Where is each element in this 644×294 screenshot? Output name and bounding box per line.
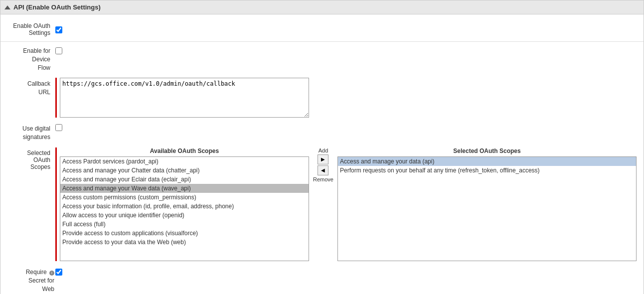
require-secret-checkbox[interactable] xyxy=(55,269,62,276)
list-item[interactable]: Access and manage your data (api) xyxy=(338,157,636,166)
enable-oauth-checkbox[interactable] xyxy=(55,26,62,33)
device-flow-label: Enable forDeviceFlow xyxy=(23,47,50,71)
remove-label: Remove xyxy=(313,176,333,182)
collapse-icon xyxy=(4,5,10,9)
require-secret-content xyxy=(55,267,639,276)
digital-signatures-row: Use digitalsignatures xyxy=(0,121,644,145)
require-secret-label: Require xyxy=(26,269,47,276)
digital-signatures-label: Use digitalsignatures xyxy=(22,125,50,141)
callback-url-content: https://gcs.office.com/v1.0/admin/oauth/… xyxy=(60,78,639,118)
require-secret-info-icon[interactable]: i xyxy=(49,271,54,276)
digital-signatures-checkbox[interactable] xyxy=(55,124,62,131)
device-flow-checkbox[interactable] xyxy=(55,47,62,54)
require-secret-label-2: Secret forWebServerFlow xyxy=(28,277,54,294)
selected-scopes-listbox[interactable]: Access and manage your data (api)Perform… xyxy=(337,156,637,261)
list-item[interactable]: Access Pardot services (pardot_api) xyxy=(60,157,309,166)
add-remove-buttons: Add ▶ ◀ Remove xyxy=(309,147,337,182)
callback-url-label: CallbackURL xyxy=(27,80,50,97)
selected-scopes-container: Selected OAuth Scopes Access and manage … xyxy=(337,147,637,261)
list-item[interactable]: Provide access to custom applications (v… xyxy=(60,229,309,238)
list-item[interactable]: Access and manage your Eclair data (ecla… xyxy=(60,175,309,184)
available-scopes-listbox[interactable]: Access Pardot services (pardot_api)Acces… xyxy=(60,156,309,261)
list-item[interactable]: Perform requests on your behalf at any t… xyxy=(338,166,636,175)
list-item[interactable]: Provide access to your data via the Web … xyxy=(60,238,309,247)
digital-signatures-content xyxy=(55,124,639,131)
callback-url-row: CallbackURL https://gcs.office.com/v1.0/… xyxy=(0,75,644,121)
list-item[interactable]: Access custom permissions (custom_permis… xyxy=(60,193,309,202)
section-header[interactable]: API (Enable OAuth Settings) xyxy=(0,0,644,14)
form-body: Enable OAuth Settings Enable forDeviceFl… xyxy=(0,14,644,294)
available-scopes-header: Available OAuth Scopes xyxy=(150,147,219,154)
callback-url-textarea[interactable]: https://gcs.office.com/v1.0/admin/oauth/… xyxy=(60,78,309,118)
device-flow-row: Enable forDeviceFlow xyxy=(0,44,644,75)
list-item[interactable]: Access and manage your Chatter data (cha… xyxy=(60,166,309,175)
require-secret-row: Require i Secret forWebServerFlow xyxy=(0,264,644,294)
list-item[interactable]: Access and manage your Wave data (wave_a… xyxy=(60,184,309,193)
list-item[interactable]: Allow access to your unique identifier (… xyxy=(60,211,309,220)
enable-oauth-label: Enable OAuth Settings xyxy=(5,22,55,36)
list-item[interactable]: Full access (full) xyxy=(60,220,309,229)
scopes-content: Available OAuth Scopes Access Pardot ser… xyxy=(60,147,639,261)
selected-scopes-header: Selected OAuth Scopes xyxy=(453,147,520,154)
required-bar xyxy=(55,78,57,118)
enable-oauth-row: Enable OAuth Settings xyxy=(0,19,644,39)
add-button[interactable]: ▶ xyxy=(318,154,328,164)
device-flow-content xyxy=(55,47,639,54)
add-label: Add xyxy=(319,147,328,153)
scopes-row: SelectedOAuthScopes Available OAuth Scop… xyxy=(0,145,644,264)
section-title: API (Enable OAuth Settings) xyxy=(13,3,101,11)
scopes-label: SelectedOAuthScopes xyxy=(5,147,55,170)
available-scopes-container: Available OAuth Scopes Access Pardot ser… xyxy=(60,147,309,261)
list-item[interactable]: Access your basic information (id, profi… xyxy=(60,202,309,211)
remove-button[interactable]: ◀ xyxy=(318,165,328,175)
scopes-required-bar xyxy=(55,147,57,261)
